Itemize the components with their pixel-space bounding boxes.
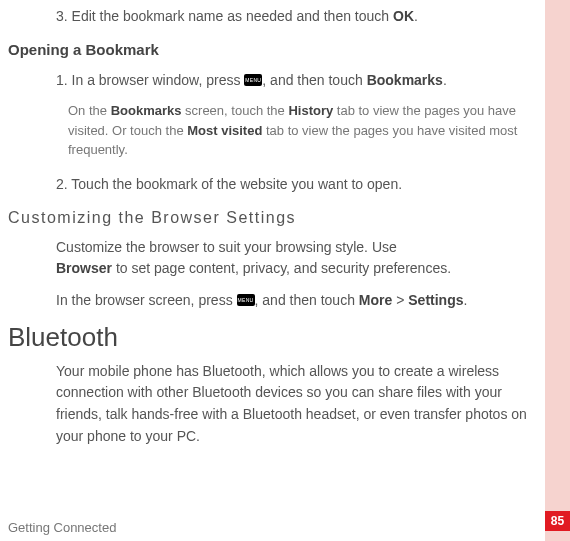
open-step-1-prefix: 1. In a browser window, press [56, 72, 244, 88]
open-step-1-subtext: On the Bookmarks screen, touch the Histo… [68, 101, 531, 160]
custom-p1-a: Customize the browser to suit your brows… [56, 239, 397, 255]
custom-p2-gt: > [392, 292, 408, 308]
heading-bluetooth: Bluetooth [8, 322, 531, 353]
menu-key-icon-2: MENU [237, 294, 255, 306]
step-3: 3. Edit the bookmark name as needed and … [56, 6, 531, 27]
sub-c: screen, touch the [181, 103, 288, 118]
open-step-1-bookmarks: Bookmarks [367, 72, 443, 88]
footer-chapter: Getting Connected [8, 520, 116, 535]
open-step-1-suffix: . [443, 72, 447, 88]
open-step-2: 2. Touch the bookmark of the website you… [56, 174, 531, 195]
custom-p1-browser: Browser [56, 260, 112, 276]
custom-p1-c: to set page content, privacy, and securi… [112, 260, 451, 276]
custom-p2-end: . [464, 292, 468, 308]
step-3-ok: OK [393, 8, 414, 24]
step-3-period: . [414, 8, 418, 24]
page-content: 3. Edit the bookmark name as needed and … [0, 0, 545, 541]
open-step-1: 1. In a browser window, press MENU, and … [56, 70, 531, 91]
sub-a: On the [68, 103, 111, 118]
menu-key-icon: MENU [244, 74, 262, 86]
bluetooth-body: Your mobile phone has Bluetooth, which a… [56, 361, 531, 448]
sub-mostvisited: Most visited [187, 123, 262, 138]
custom-p2-b: , and then touch [255, 292, 359, 308]
step-3-text: 3. Edit the bookmark name as needed and … [56, 8, 393, 24]
custom-p2-a: In the browser screen, press [56, 292, 237, 308]
custom-p2-settings: Settings [408, 292, 463, 308]
custom-p2: In the browser screen, press MENU, and t… [56, 290, 531, 312]
page-number-tab: 85 [545, 511, 570, 531]
sub-bookmarks: Bookmarks [111, 103, 182, 118]
custom-p2-more: More [359, 292, 392, 308]
open-step-1-mid: , and then touch [262, 72, 366, 88]
heading-opening-bookmark: Opening a Bookmark [8, 41, 531, 58]
heading-customizing: Customizing the Browser Settings [8, 209, 531, 227]
side-tab-strip: 85 [545, 0, 570, 541]
sub-history: History [288, 103, 333, 118]
custom-p1: Customize the browser to suit your brows… [56, 237, 531, 280]
